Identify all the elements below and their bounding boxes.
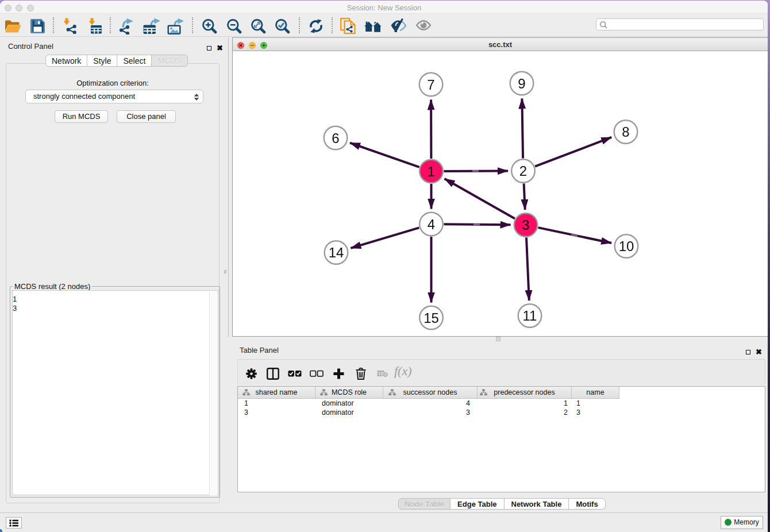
svg-text:8: 8 <box>622 124 629 140</box>
svg-text:1: 1 <box>428 164 435 179</box>
svg-text:6: 6 <box>332 130 339 146</box>
svg-text:9: 9 <box>518 76 525 91</box>
svg-text:7: 7 <box>427 77 434 92</box>
svg-text:3: 3 <box>522 217 529 233</box>
svg-text:11: 11 <box>523 308 537 323</box>
svg-text:14: 14 <box>329 245 344 260</box>
svg-text:10: 10 <box>619 238 634 254</box>
svg-text:15: 15 <box>424 310 439 326</box>
svg-text:2: 2 <box>519 163 527 179</box>
svg-text:4: 4 <box>428 217 435 232</box>
